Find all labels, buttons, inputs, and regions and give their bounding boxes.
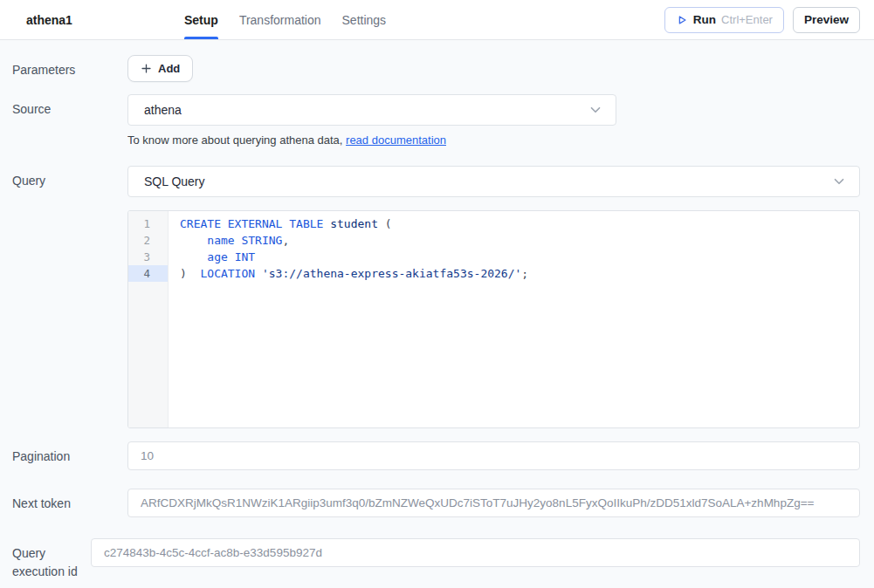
run-button-label: Run	[693, 13, 716, 26]
code-line: name STRING,	[180, 232, 859, 249]
next-token-input[interactable]	[127, 489, 860, 517]
query-label: Query	[12, 166, 127, 190]
code-line: CREATE EXTERNAL TABLE student (	[180, 215, 859, 232]
preview-button[interactable]: Preview	[793, 7, 860, 33]
query-type-select[interactable]: SQL Query	[127, 166, 860, 197]
parameters-label: Parameters	[12, 55, 127, 79]
tab-transformation-label: Transformation	[239, 13, 321, 27]
pagination-label: Pagination	[12, 441, 127, 466]
query-type-value: SQL Query	[144, 174, 205, 188]
query-title: athena1	[26, 0, 184, 39]
run-button[interactable]: Run Ctrl+Enter	[664, 7, 784, 33]
tab-setup-label: Setup	[184, 13, 218, 27]
tab-bar: Setup Transformation Settings	[184, 0, 386, 39]
line-number: 2	[128, 232, 168, 249]
source-select[interactable]: athena	[127, 94, 616, 126]
run-shortcut-label: Ctrl+Enter	[721, 13, 773, 26]
tab-settings-label: Settings	[342, 13, 387, 27]
line-number: 4	[128, 265, 168, 282]
play-icon	[676, 14, 688, 26]
editor-code[interactable]: CREATE EXTERNAL TABLE student ( name STR…	[169, 211, 859, 427]
code-line: age INT	[180, 249, 859, 265]
pagination-row: Pagination	[12, 441, 860, 470]
parameters-row: Parameters Add	[12, 55, 860, 82]
header-actions: Run Ctrl+Enter Preview	[664, 0, 860, 39]
sql-editor[interactable]: 1234 CREATE EXTERNAL TABLE student ( nam…	[127, 210, 860, 428]
preview-button-label: Preview	[804, 13, 849, 26]
source-help-text: To know more about querying athena data,…	[127, 133, 860, 147]
source-help-prefix: To know more about querying athena data,	[127, 133, 346, 147]
line-number: 1	[128, 215, 168, 232]
header: athena1 Setup Transformation Settings Ru…	[0, 0, 874, 40]
query-execution-id-label: Query execution id	[12, 538, 91, 581]
query-execution-id-row: Query execution id	[12, 538, 860, 581]
editor-gutter: 1234	[128, 211, 169, 427]
tab-transformation[interactable]: Transformation	[239, 0, 321, 39]
add-parameter-button[interactable]: Add	[127, 55, 193, 82]
add-parameter-label: Add	[158, 62, 180, 75]
query-execution-id-input[interactable]	[91, 538, 860, 567]
next-token-label: Next token	[12, 489, 127, 513]
source-row: Source athena To know more about queryin…	[12, 94, 860, 147]
next-token-row: Next token	[12, 489, 860, 517]
code-line: ) LOCATION 's3://athena-express-akiatfa5…	[180, 265, 859, 282]
read-documentation-link[interactable]: read documentation	[346, 133, 446, 147]
pagination-input[interactable]	[127, 441, 860, 470]
source-select-value: athena	[144, 103, 182, 117]
tab-setup[interactable]: Setup	[184, 0, 218, 39]
chevron-down-icon	[588, 102, 603, 118]
line-number: 3	[128, 249, 168, 265]
chevron-down-icon	[831, 174, 847, 189]
tab-settings[interactable]: Settings	[342, 0, 387, 39]
setup-form: Parameters Add Source athena	[0, 40, 874, 588]
plus-icon	[141, 63, 152, 74]
query-editor-page: athena1 Setup Transformation Settings Ru…	[0, 0, 874, 588]
source-label: Source	[12, 94, 127, 119]
query-row: Query SQL Query 1234 CREATE EXTERNAL TAB…	[12, 166, 860, 428]
